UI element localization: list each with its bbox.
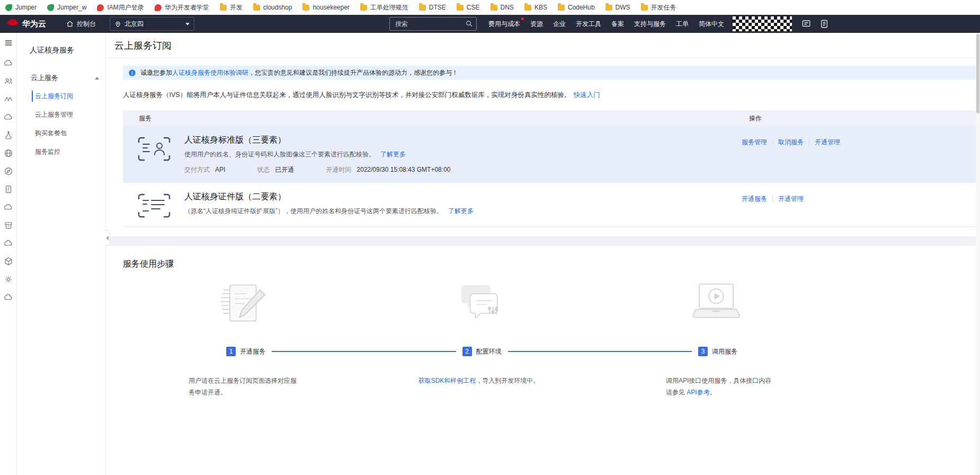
document-icon[interactable] — [4, 184, 13, 194]
sidebar-collapse-handle[interactable] — [104, 230, 110, 246]
sidebar-group-cloud-services[interactable]: 云上服务 — [17, 69, 105, 87]
sidebar-item-monitoring[interactable]: 服务监控 — [17, 143, 105, 161]
header-icon-group — [801, 19, 829, 29]
table-header: 服务 操作 — [123, 110, 980, 126]
compass-icon[interactable] — [4, 166, 13, 176]
learn-more-link[interactable]: 了解更多 — [380, 151, 406, 158]
survey-link[interactable]: 人证核身服务使用体验调研 — [172, 69, 248, 76]
learn-more-link[interactable]: 了解更多 — [448, 207, 474, 215]
app-body: 人证核身服务 云上服务 云上服务订阅 云上服务管理 购买套餐包 服务监控 云上服… — [0, 33, 980, 475]
bookmark-item[interactable]: 华为开发者学堂 — [155, 3, 209, 12]
action-open-service[interactable]: 开通服务 — [742, 195, 767, 204]
nav-billing[interactable]: 费用与成本 — [488, 20, 520, 29]
action-open-manage[interactable]: 开通管理 — [778, 195, 804, 204]
region-selector[interactable]: 北京四 — [110, 17, 194, 31]
sidebar-item-management[interactable]: 云上服务管理 — [17, 105, 105, 124]
opened-time-label: 开通时间 — [326, 166, 351, 173]
nav-ticket[interactable]: 工单 — [676, 20, 689, 29]
service-title: 人证核身标准版（三要素） — [184, 135, 450, 146]
action-service-manage[interactable]: 服务管理 — [742, 138, 767, 147]
opened-time-value: 2022/09/30 15:08:43 GMT+08:00 — [357, 166, 450, 173]
globe-icon[interactable] — [4, 148, 13, 158]
console-link[interactable]: 控制台 — [66, 20, 96, 29]
cloud-icon[interactable] — [4, 203, 13, 212]
bookmark-item[interactable]: DWS — [605, 4, 630, 11]
users-icon[interactable] — [4, 76, 13, 86]
bookmark-item[interactable]: Jumper — [5, 4, 37, 11]
hamburger-menu-icon[interactable] — [4, 38, 13, 48]
folder-icon — [360, 5, 367, 11]
cloud-icon[interactable] — [4, 293, 13, 302]
search-icon[interactable] — [465, 20, 473, 28]
folder-icon — [457, 5, 464, 11]
bookmark-item[interactable]: 开发 — [220, 3, 243, 12]
action-cancel-service[interactable]: 取消服务 — [778, 138, 804, 147]
open-service-illustration — [212, 278, 271, 329]
redacted-account-info[interactable] — [733, 16, 792, 31]
sidebar-item-packages[interactable]: 购买套餐包 — [17, 124, 105, 143]
nav-support[interactable]: 支持与服务 — [634, 20, 666, 29]
delivery-label: 交付方式 — [184, 166, 210, 173]
sidebar-item-subscription[interactable]: 云上服务订阅 — [17, 87, 105, 105]
folder-icon — [220, 5, 227, 11]
nav-enterprise[interactable]: 企业 — [553, 20, 566, 29]
table-row[interactable]: 人证核身证件版（二要素） （原名“人证核身纯证件版扩展版”），使用用户的姓名和身… — [123, 183, 980, 226]
bookmark-item[interactable]: CodeHub — [558, 4, 595, 11]
bookmark-item[interactable]: KBS — [524, 4, 547, 11]
bookmark-item[interactable]: Jumper_w — [47, 4, 86, 11]
nav-language[interactable]: 简体中文 — [699, 20, 724, 29]
folder-icon — [558, 5, 565, 11]
bookmark-item[interactable]: 工单处理规范 — [360, 3, 408, 12]
step-desc-link[interactable]: API参考 — [687, 389, 709, 396]
region-value: 北京四 — [124, 20, 144, 29]
column-service: 服务 — [123, 114, 742, 123]
cloud-icon[interactable] — [4, 239, 13, 248]
bookmark-item[interactable]: CSE — [457, 4, 480, 11]
quick-start-link[interactable]: 快速入门 — [574, 91, 600, 99]
section-divider — [106, 236, 980, 246]
sidebar-title: 人证核身服务 — [17, 41, 105, 59]
archive-icon[interactable] — [4, 221, 13, 230]
step-desc-link[interactable]: 获取SDK和样例工程 — [418, 377, 476, 384]
waves-icon[interactable] — [4, 94, 13, 104]
huawei-cloud-logo[interactable]: 华为云 — [6, 17, 46, 30]
cloud-icon[interactable] — [4, 58, 13, 68]
nav-dev-tools[interactable]: 开发工具 — [576, 20, 601, 29]
flask-icon[interactable] — [4, 130, 13, 140]
step-item: 1 开通服务 — [226, 347, 265, 356]
document-icon[interactable] — [819, 19, 829, 29]
bookmark-item[interactable]: DNS — [491, 4, 514, 11]
message-icon[interactable] — [801, 19, 811, 29]
scrollbar-thumb[interactable] — [976, 34, 979, 113]
bookmark-item[interactable]: housekeeper — [302, 4, 349, 11]
action-open-manage[interactable]: 开通管理 — [815, 138, 840, 147]
step-desc: 用户请在云上服务订阅页面选择对应服务申请开通。 — [123, 375, 360, 398]
service-table: 服务 操作 人证核身标准版（三要素） 使用用户的姓名、身份证号码和人脸图像这三个… — [123, 110, 980, 227]
nav-resources[interactable]: 资源 — [530, 20, 543, 29]
folder-icon — [524, 5, 531, 11]
bookmark-item[interactable]: IAM用户登录 — [97, 3, 144, 12]
folder-icon — [302, 5, 309, 11]
step-connector — [508, 351, 692, 352]
gear-icon[interactable] — [4, 275, 13, 284]
page-title: 云上服务订阅 — [114, 39, 172, 52]
bookmark-item[interactable]: 开发任务 — [641, 3, 676, 12]
table-row[interactable]: 人证核身标准版（三要素） 使用用户的姓名、身份证号码和人脸图像这三个要素进行匹配… — [123, 126, 980, 183]
leaf-icon — [47, 4, 54, 11]
step-item: 2 配置环境 — [462, 347, 502, 356]
bookmark-item[interactable]: cloudshop — [253, 4, 292, 11]
bookmark-item[interactable]: DTSE — [419, 4, 446, 11]
main-content: 云上服务订阅 诚邀您参加人证核身服务使用体验调研，您宝贵的意见和建议是我们持续提… — [106, 33, 980, 475]
step-number: 1 — [226, 347, 236, 356]
search-input[interactable] — [389, 17, 477, 31]
scrollbar[interactable] — [976, 33, 980, 475]
flame-icon — [97, 4, 104, 11]
sidebar: 人证核身服务 云上服务 云上服务订阅 云上服务管理 购买套餐包 服务监控 — [17, 33, 106, 475]
call-service-illustration — [687, 278, 745, 329]
nav-icp[interactable]: 备案 — [611, 20, 624, 29]
box-icon[interactable] — [4, 257, 13, 266]
chevron-up-icon — [95, 77, 99, 80]
notification-dot — [521, 17, 524, 20]
home-icon — [66, 20, 74, 28]
cloud-icon[interactable] — [4, 112, 13, 122]
